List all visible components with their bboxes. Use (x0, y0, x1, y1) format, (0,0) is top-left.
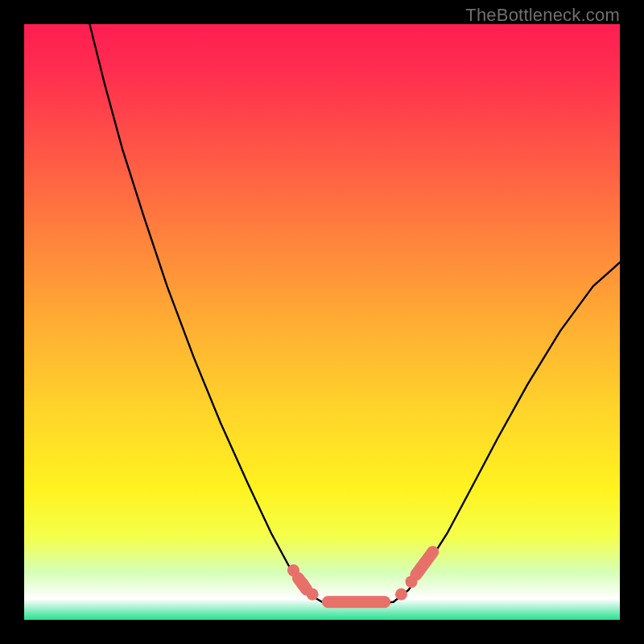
bottleneck-chart (24, 24, 620, 620)
marker-dot (406, 576, 418, 588)
plot-area (24, 24, 620, 620)
chart-frame: TheBottleneck.com (0, 0, 644, 644)
watermark-text: TheBottleneck.com (465, 5, 620, 26)
marker-dot (307, 588, 319, 601)
marker-dot (297, 578, 309, 590)
marker-dot (287, 564, 299, 576)
marker-dot (395, 588, 407, 601)
